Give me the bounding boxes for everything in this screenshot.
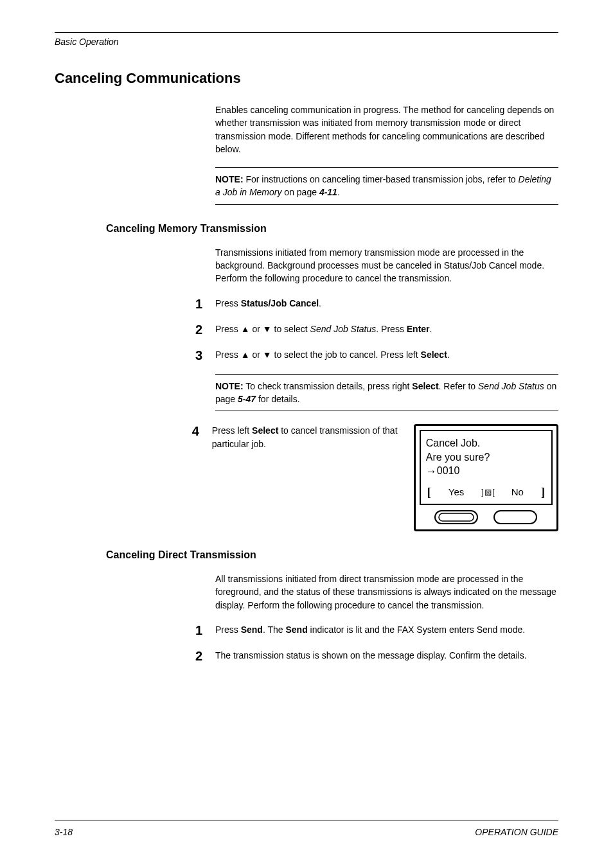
up-triangle-icon: ▲ — [241, 323, 250, 335]
lcd-line-2: Are you sure? — [426, 450, 546, 465]
section2-intro: All transmissions initiated from direct … — [215, 572, 558, 612]
step-number: 2 — [55, 323, 215, 337]
down-triangle-icon: ▼ — [263, 323, 272, 335]
lcd-line-1: Cancel Job. — [426, 436, 546, 450]
section1-title: Canceling Memory Transmission — [106, 223, 558, 235]
lcd-line-3: →0010 — [426, 464, 546, 479]
up-triangle-icon: ▲ — [241, 348, 250, 361]
t: for details. — [256, 394, 299, 404]
step-4: 4 Press left Select to cancel transmissi… — [55, 424, 558, 531]
lcd-softkey-row: [ Yes ] ▧ [ No ] — [426, 483, 546, 500]
note-box-1: NOTE: For instructions on canceling time… — [215, 167, 558, 205]
t: Send Job Status — [478, 381, 544, 391]
step-text: Press ▲ or ▼ to select Send Job Status. … — [215, 323, 558, 335]
left-bracket-icon: [ — [427, 484, 431, 500]
t: Enter — [407, 324, 430, 334]
step-number: 3 — [55, 348, 215, 362]
t: . Refer to — [439, 381, 478, 391]
step-text: The transmission status is shown on the … — [215, 649, 558, 662]
step-text: Press Send. The Send indicator is lit an… — [215, 623, 558, 636]
hw-button-right — [493, 510, 537, 524]
t: 0010 — [437, 465, 460, 476]
section1-intro: Transmissions initiated from memory tran… — [215, 246, 558, 285]
t: or — [250, 350, 263, 360]
intro-paragraph: Enables canceling communication in progr… — [215, 103, 558, 155]
note-label: NOTE: — [215, 381, 244, 391]
footer-guide-label: OPERATION GUIDE — [475, 827, 558, 837]
t: . Press — [376, 324, 406, 334]
t: Select — [412, 381, 438, 391]
note1-rest: on page — [281, 187, 319, 197]
t: . — [447, 350, 450, 360]
t: Press — [215, 624, 241, 635]
header-rule — [55, 32, 558, 33]
note-box-2: NOTE: To check transmission details, pre… — [215, 374, 558, 412]
t: . The — [263, 624, 286, 635]
step-1: 1 Press Status/Job Cancel. — [55, 297, 558, 311]
sec2-step-2: 2 The transmission status is shown on th… — [55, 649, 558, 663]
hw-button-left — [434, 510, 478, 524]
step-number: 1 — [55, 297, 215, 311]
t: Select — [252, 425, 278, 436]
step-text: Press left Select to cancel transmission… — [212, 424, 410, 450]
t: Press — [215, 298, 241, 308]
down-triangle-icon: ▼ — [263, 348, 272, 361]
footer-page-number: 3-18 — [55, 827, 73, 837]
t: or — [250, 324, 263, 334]
running-header: Basic Operation — [55, 37, 558, 47]
note1-body: For instructions on canceling timer-base… — [244, 174, 519, 184]
step-number: 2 — [55, 649, 215, 663]
right-arrow-icon: → — [426, 465, 437, 479]
t: Send — [241, 624, 263, 635]
t: Send Job Status — [310, 324, 377, 334]
footer-rule — [55, 820, 558, 820]
note1-end: . — [337, 187, 340, 197]
step-number: 4 — [55, 424, 212, 438]
t: Press — [215, 350, 241, 360]
t: . — [319, 298, 321, 308]
t: to select the job to cancel. Press left — [272, 350, 421, 360]
t: 5-47 — [238, 394, 256, 404]
step-text: Press ▲ or ▼ to select the job to cancel… — [215, 348, 558, 361]
t: Press — [215, 324, 241, 334]
sec2-step-1: 1 Press Send. The Send indicator is lit … — [55, 623, 558, 637]
lcd-panel: Cancel Job. Are you sure? →0010 [ Yes ] … — [414, 424, 558, 531]
hardware-buttons — [420, 510, 553, 524]
t: Select — [421, 350, 447, 360]
svg-rect-1 — [439, 513, 474, 521]
t: Press left — [212, 425, 252, 436]
softkey-no: No — [511, 486, 524, 499]
t: . — [430, 324, 432, 334]
t: to select — [272, 324, 310, 334]
step-number: 1 — [55, 623, 215, 637]
step-2: 2 Press ▲ or ▼ to select Send Job Status… — [55, 323, 558, 337]
svg-rect-2 — [494, 511, 537, 524]
step-text: Press Status/Job Cancel. — [215, 297, 558, 310]
svg-rect-0 — [435, 511, 477, 524]
note1-page: 4-11 — [319, 187, 337, 197]
softkey-yes: Yes — [449, 486, 464, 499]
right-bracket-icon: ] — [541, 484, 545, 500]
t: indicator is lit and the FAX System ente… — [308, 624, 526, 635]
page-title: Canceling Communications — [55, 70, 558, 87]
lcd-screen: Cancel Job. Are you sure? →0010 [ Yes ] … — [420, 430, 553, 505]
section2-title: Canceling Direct Transmission — [106, 549, 558, 561]
center-bracket-icon: ] ▧ [ — [481, 487, 493, 497]
t: Send — [285, 624, 307, 635]
t: Status/Job Cancel — [241, 298, 319, 308]
t: To check transmission details, press rig… — [244, 381, 413, 391]
step-3: 3 Press ▲ or ▼ to select the job to canc… — [55, 348, 558, 362]
note-label: NOTE: — [215, 174, 244, 184]
